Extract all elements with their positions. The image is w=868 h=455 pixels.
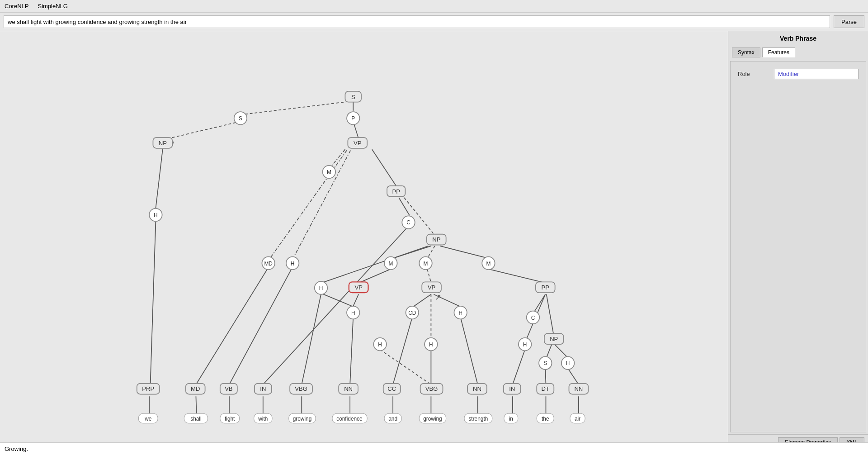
svg-line-29 <box>350 318 353 384</box>
svg-text:↗: ↗ <box>435 293 441 302</box>
svg-text:NN: NN <box>473 385 481 392</box>
svg-text:PP: PP <box>392 188 401 195</box>
svg-text:M: M <box>486 261 491 267</box>
svg-line-20 <box>353 294 359 306</box>
svg-text:CC: CC <box>387 385 396 392</box>
svg-line-6 <box>372 149 396 186</box>
svg-line-28 <box>554 344 568 358</box>
svg-line-24 <box>534 294 545 312</box>
svg-text:in: in <box>509 416 513 422</box>
svg-text:shall: shall <box>190 416 201 422</box>
svg-line-35 <box>545 369 546 385</box>
right-panel: Verb Phrase Syntax Features Role Modifie… <box>728 31 868 450</box>
tab-features[interactable]: Features <box>762 47 795 57</box>
svg-text:S: S <box>239 115 242 122</box>
svg-line-13 <box>427 246 435 258</box>
tree-area: S S P NP VP H M PP MD <box>0 31 728 450</box>
svg-text:H: H <box>319 285 323 291</box>
svg-line-17 <box>427 269 431 283</box>
panel-title: Verb Phrase <box>728 31 868 46</box>
status-text: Growing. <box>5 446 28 452</box>
svg-text:PRP: PRP <box>142 385 154 392</box>
svg-line-8 <box>293 151 350 259</box>
svg-text:H: H <box>154 212 158 218</box>
svg-text:air: air <box>575 416 580 422</box>
svg-text:NP: NP <box>550 336 558 342</box>
svg-line-39 <box>263 226 409 384</box>
svg-text:C: C <box>406 219 410 226</box>
role-row: Role Modifier <box>738 69 859 79</box>
svg-line-30 <box>393 318 412 384</box>
tab-syntax[interactable]: Syntax <box>732 47 760 57</box>
svg-text:fight: fight <box>225 416 235 422</box>
svg-line-32 <box>380 350 431 384</box>
sentence-input[interactable] <box>4 15 830 28</box>
svg-text:VP: VP <box>354 140 362 147</box>
svg-text:S: S <box>543 360 547 366</box>
svg-text:NP: NP <box>159 140 167 147</box>
svg-text:H: H <box>429 341 433 348</box>
svg-text:VP: VP <box>354 284 363 291</box>
svg-line-34 <box>513 350 525 384</box>
svg-line-21 <box>413 294 431 307</box>
svg-text:S: S <box>351 94 355 100</box>
svg-text:H: H <box>351 310 355 316</box>
svg-text:H: H <box>378 341 382 348</box>
menu-corenlp[interactable]: CoreNLP <box>5 3 28 9</box>
svg-line-36 <box>568 369 579 385</box>
svg-line-42 <box>196 396 196 413</box>
svg-text:H: H <box>458 310 462 316</box>
svg-text:VBG: VBG <box>425 385 438 392</box>
menu-bar: CoreNLP SimpleNLG <box>0 0 868 13</box>
svg-line-16 <box>360 269 391 283</box>
menu-simplenlg[interactable]: SimpleNLG <box>38 3 67 9</box>
svg-text:C: C <box>531 315 535 321</box>
svg-line-2 <box>168 121 241 138</box>
svg-text:MD: MD <box>264 261 272 267</box>
svg-text:NN: NN <box>574 385 583 392</box>
svg-line-27 <box>547 344 552 358</box>
svg-text:growing: growing <box>293 416 312 422</box>
main-area: S S P NP VP H M PP MD <box>0 31 868 450</box>
svg-line-37 <box>196 269 267 384</box>
svg-line-0 <box>243 101 353 114</box>
svg-text:IN: IN <box>260 385 266 392</box>
svg-text:MD: MD <box>191 385 200 392</box>
svg-text:and: and <box>388 416 397 422</box>
svg-text:NN: NN <box>344 385 353 392</box>
panel-content: Role Modifier <box>730 61 866 432</box>
svg-text:growing: growing <box>423 416 442 422</box>
svg-text:DT: DT <box>542 385 549 392</box>
svg-text:M: M <box>388 261 393 267</box>
svg-text:VP: VP <box>428 284 436 291</box>
svg-line-4 <box>156 149 162 209</box>
svg-line-38 <box>229 269 292 384</box>
svg-text:M: M <box>327 169 331 175</box>
toolbar: Parse <box>0 13 868 31</box>
svg-text:we: we <box>144 416 152 422</box>
svg-text:P: P <box>351 115 355 122</box>
svg-line-10 <box>399 198 410 215</box>
svg-line-15 <box>323 246 429 283</box>
svg-line-26 <box>547 294 553 334</box>
svg-text:NP: NP <box>432 236 440 243</box>
svg-text:IN: IN <box>509 385 515 392</box>
svg-text:the: the <box>542 416 549 422</box>
svg-text:PP: PP <box>542 284 550 291</box>
status-bar: Growing. <box>0 442 868 455</box>
svg-text:with: with <box>258 416 268 422</box>
svg-text:H: H <box>291 261 295 267</box>
svg-text:H: H <box>523 341 527 348</box>
role-value[interactable]: Modifier <box>774 69 859 79</box>
svg-text:strength: strength <box>468 416 488 422</box>
svg-line-14 <box>440 246 489 258</box>
svg-line-9 <box>151 222 156 384</box>
svg-text:CD: CD <box>408 310 416 316</box>
parse-button[interactable]: Parse <box>834 15 864 28</box>
svg-text:VB: VB <box>225 385 233 392</box>
svg-line-31 <box>461 318 478 384</box>
svg-text:confidence: confidence <box>336 416 363 422</box>
svg-line-7 <box>270 151 347 259</box>
svg-text:H: H <box>566 360 570 366</box>
panel-tabs: Syntax Features <box>728 46 868 59</box>
